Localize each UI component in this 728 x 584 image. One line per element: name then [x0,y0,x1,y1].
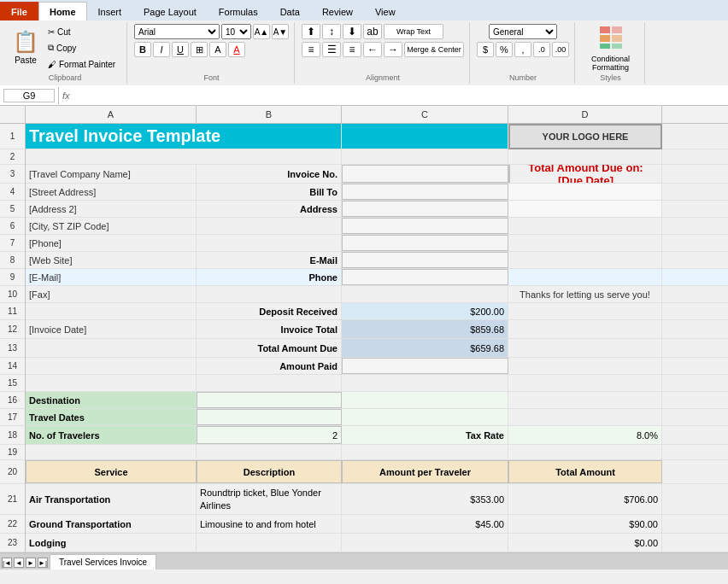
increase-font-button[interactable]: A▲ [253,24,270,39]
cell-c5[interactable] [342,201,508,217]
cell-c22[interactable]: $45.00 [342,515,508,533]
cell-a2[interactable] [26,149,342,164]
align-left-button[interactable]: ≡ [302,42,320,57]
cell-b18[interactable]: 2 [197,426,342,444]
decrease-indent-button[interactable]: ← [363,42,382,57]
cell-a18[interactable]: No. of Travelers [26,426,197,444]
decrease-decimal-button[interactable]: .0 [533,42,550,57]
comma-button[interactable]: , [514,42,531,57]
cell-b8[interactable]: E-Mail [197,252,342,268]
cell-b7[interactable] [197,235,342,251]
cell-a23[interactable]: Lodging [26,534,197,552]
cell-a1[interactable]: Travel Invoice Template [26,124,342,149]
cell-a7[interactable]: [Phone] [26,235,197,251]
cell-c21[interactable]: $353.00 [342,484,508,514]
copy-button[interactable]: ⧉ Copy [44,40,121,55]
currency-button[interactable]: $ [477,42,494,57]
cell-a5[interactable]: [Address 2] [26,201,197,217]
cell-b5[interactable]: Address [197,201,342,217]
font-size-select[interactable]: 10 [221,24,251,39]
cell-b12[interactable]: Invoice Total [197,320,342,338]
number-format-select[interactable]: General [489,24,557,39]
align-middle-button[interactable]: ↕ [322,24,341,39]
italic-button[interactable]: I [153,42,170,57]
cell-b17[interactable] [197,409,342,425]
cell-c12[interactable]: $859.68 [342,320,508,338]
cell-b16[interactable] [197,392,342,408]
align-center-button[interactable]: ☰ [322,42,341,57]
fill-color-button[interactable]: A [209,42,226,57]
wrap-text-button[interactable]: Wrap Text [384,24,443,39]
cell-reference-input[interactable] [3,89,55,102]
cell-d21[interactable]: $706.00 [508,484,662,514]
cell-d23[interactable]: $0.00 [508,534,662,552]
cell-a3[interactable]: [Travel Company Name] [26,165,197,183]
cell-c13[interactable]: $659.68 [342,339,508,357]
increase-decimal-button[interactable]: .00 [552,42,569,57]
cell-b23[interactable] [197,534,342,552]
font-color-button[interactable]: A [228,42,245,57]
cell-b10[interactable] [197,286,342,302]
cell-c7[interactable] [342,235,508,251]
cell-a6[interactable]: [City, ST ZIP Code] [26,218,197,234]
cell-b11[interactable]: Deposit Received [197,303,342,319]
cell-c4[interactable] [342,184,508,200]
cell-a8[interactable]: [Web Site] [26,252,197,268]
cell-c11[interactable]: $200.00 [342,303,508,319]
increase-indent-button[interactable]: → [384,42,402,57]
cell-a21[interactable]: Air Transportation [26,484,197,514]
cell-b21[interactable]: Roundtrip ticket, Blue Yonder Airlines [197,484,342,514]
tab-insert[interactable]: Insert [87,2,133,20]
cell-b3[interactable]: Invoice No. [197,165,342,183]
align-bottom-button[interactable]: ⬇ [343,24,361,39]
prev-sheet-button[interactable]: ◄ [14,558,24,568]
cell-b9[interactable]: Phone [197,269,342,285]
percent-button[interactable]: % [496,42,513,57]
cell-b14[interactable]: Amount Paid [197,358,342,374]
cell-d22[interactable]: $90.00 [508,515,662,533]
cell-c9[interactable] [342,269,508,285]
border-button[interactable]: ⊞ [191,42,208,57]
format-painter-button[interactable]: 🖌 Format Painter [44,56,121,72]
cell-a17[interactable]: Travel Dates [26,409,197,425]
tab-formulas[interactable]: Formulas [208,2,269,20]
cell-d18[interactable]: 8.0% [508,426,662,444]
cell-a10[interactable]: [Fax] [26,286,197,302]
cell-c6[interactable] [342,218,508,234]
paste-button[interactable]: 📋 Paste [9,24,43,68]
cell-b22[interactable]: Limousine to and from hotel [197,515,342,533]
tab-data[interactable]: Data [269,2,311,20]
cell-a15[interactable] [26,375,197,391]
cell-c16[interactable] [342,392,508,408]
tab-page-layout[interactable]: Page Layout [132,2,208,20]
formula-input[interactable] [73,91,725,101]
col-header-c[interactable]: C [342,106,508,123]
cell-c19[interactable] [342,445,508,459]
bold-button[interactable]: B [134,42,151,57]
tab-file[interactable]: File [0,2,38,20]
cell-c2[interactable] [342,149,508,164]
cell-a11[interactable] [26,303,197,319]
font-name-select[interactable]: Arial [134,24,220,39]
conditional-formatting-button[interactable]: Conditional Formatting [596,24,626,72]
cell-c17[interactable] [342,409,508,425]
cell-b19[interactable] [197,445,342,459]
cell-d2[interactable] [508,149,662,164]
cell-a9[interactable]: [E-Mail] [26,269,197,285]
cell-c3[interactable] [342,165,508,183]
last-sheet-button[interactable]: ►| [38,558,48,568]
orientation-button[interactable]: ab [363,24,382,39]
cell-b6[interactable] [197,218,342,234]
cell-c14[interactable] [342,358,508,374]
cell-a12[interactable]: [Invoice Date] [26,320,197,338]
next-sheet-button[interactable]: ► [26,558,36,568]
cell-b13[interactable]: Total Amount Due [197,339,342,357]
cell-a13[interactable] [26,339,197,357]
col-header-d[interactable]: D [508,106,662,123]
cell-a22[interactable]: Ground Transportation [26,515,197,533]
col-header-b[interactable]: B [197,106,342,123]
tab-home[interactable]: Home [38,2,87,20]
merge-center-button[interactable]: Merge & Center [404,42,464,57]
underline-button[interactable]: U [172,42,189,57]
decrease-font-button[interactable]: A▼ [272,24,289,39]
